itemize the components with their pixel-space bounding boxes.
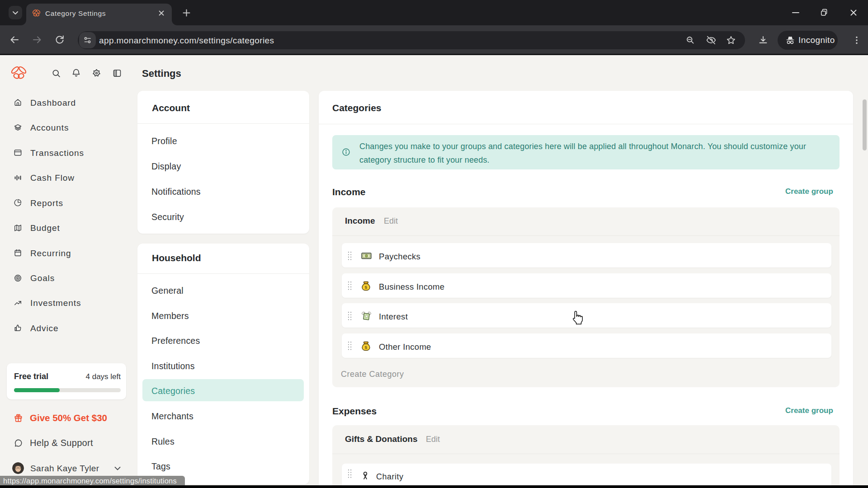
svg-text:$: $: [365, 344, 368, 349]
svg-text:$: $: [365, 284, 368, 289]
